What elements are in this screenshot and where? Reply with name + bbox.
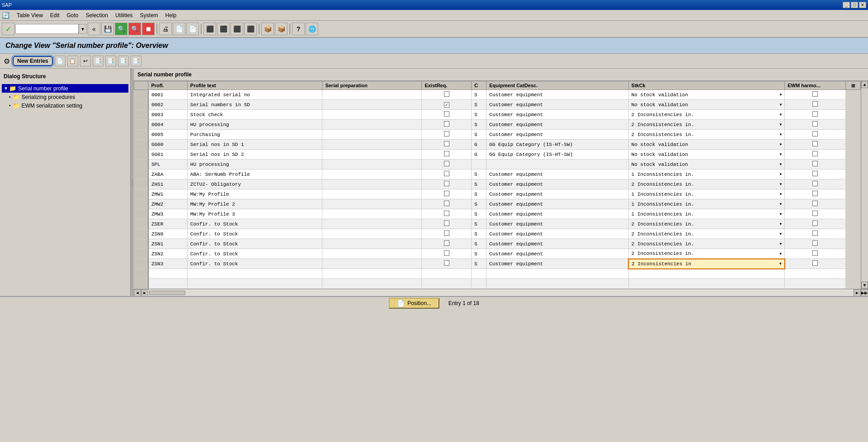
cell-stk-ck[interactable]: No stock validation▼ — [628, 100, 785, 110]
cell-ewm-harmo[interactable] — [785, 169, 846, 179]
copy-button[interactable]: 📄 — [55, 56, 66, 66]
h-scroll-track[interactable] — [148, 289, 854, 296]
cell-ewm-harmo[interactable] — [785, 179, 846, 189]
table-row[interactable]: GG00Serial nos in SD 1GGG Equip Category… — [134, 140, 861, 150]
stk-ck-dropdown-icon[interactable]: ▼ — [779, 122, 782, 127]
maximize-button[interactable]: □ — [851, 2, 858, 8]
stk-ck-dropdown-icon[interactable]: ▼ — [779, 222, 782, 226]
btn-b2[interactable]: ⬛ — [217, 23, 230, 35]
menu-edit[interactable]: Edit — [47, 11, 63, 19]
table-row[interactable]: 0004HU processingSCustomer equipment2 In… — [134, 120, 861, 130]
cell-ewm-harmo[interactable] — [785, 110, 846, 120]
cell-exist-req[interactable] — [422, 150, 472, 160]
table-row[interactable]: ZMW2MW:My Profile 2SCustomer equipment1 … — [134, 199, 861, 209]
cell-exist-req[interactable] — [422, 199, 472, 209]
detail-button[interactable]: 📋 — [67, 56, 78, 66]
scroll-left-button[interactable]: ◄ — [134, 289, 141, 296]
cell-exist-req[interactable] — [422, 110, 472, 120]
btn-a1[interactable]: 📄 — [173, 23, 185, 35]
table-row[interactable]: ZABAABA: SerNumb ProfileSCustomer equipm… — [134, 169, 861, 179]
cell-stk-ck[interactable]: No stock validation▼ — [628, 140, 785, 150]
cell-ewm-harmo[interactable] — [785, 100, 846, 110]
table-row[interactable]: ZSN0Confir. to StockSCustomer equipment2… — [134, 229, 861, 239]
cell-stk-ck[interactable]: 1 Inconsistencies in.▼ — [628, 169, 785, 179]
btn-a2[interactable]: 📄 — [186, 23, 199, 35]
cell-stk-ck[interactable]: 2 Inconsistencies in▼ — [628, 259, 785, 269]
stk-ck-dropdown-icon[interactable]: ▼ — [779, 242, 782, 246]
cell-stk-ck[interactable]: 2 Inconsistencies in.▼ — [628, 229, 785, 239]
scroll-down-button[interactable]: ▼ — [861, 282, 868, 289]
row-selector[interactable] — [134, 110, 148, 120]
menu-selection[interactable]: Selection — [82, 11, 112, 19]
find-next-button[interactable]: 🔍 — [128, 23, 141, 35]
cell-exist-req[interactable] — [422, 160, 472, 169]
btn-b3[interactable]: ⬛ — [231, 23, 243, 35]
cell-exist-req[interactable] — [422, 229, 472, 239]
table-row[interactable]: ZSN3Confir. to StockSCustomer equipment2… — [134, 259, 861, 269]
stk-ck-dropdown-icon[interactable]: ▼ — [779, 132, 782, 136]
h-scroll-thumb[interactable] — [149, 291, 185, 295]
cell-stk-ck[interactable]: 1 Inconsistencies in.▼ — [628, 199, 785, 209]
stk-ck-dropdown-icon[interactable]: ▼ — [779, 212, 782, 216]
cell-ewm-harmo[interactable] — [785, 259, 846, 269]
row-selector[interactable] — [134, 120, 148, 130]
cell-stk-ck[interactable]: 2 Inconsistencies in.▼ — [628, 249, 785, 259]
scroll-right-button[interactable]: ► — [854, 289, 861, 296]
row-selector[interactable] — [134, 140, 148, 150]
btn-b1[interactable]: ⬛ — [203, 23, 216, 35]
horizontal-scrollbar[interactable]: ◄ ► ► ▶▶ — [134, 289, 868, 296]
menu-goto[interactable]: Goto — [63, 11, 82, 19]
cell-stk-ck[interactable]: 1 Inconsistencies in.▼ — [628, 209, 785, 219]
row-selector[interactable] — [134, 219, 148, 229]
print-button[interactable]: 🖨 — [159, 23, 172, 35]
row-selector[interactable] — [134, 169, 148, 179]
row-selector[interactable] — [134, 229, 148, 239]
undo-button[interactable]: ↩ — [80, 56, 91, 66]
btn-c1[interactable]: 📦 — [261, 23, 274, 35]
row-selector[interactable] — [134, 199, 148, 209]
table-row[interactable]: 0003Stock checkSCustomer equipment2 Inco… — [134, 110, 861, 120]
th-ewm[interactable]: EWM harmo... — [785, 81, 846, 90]
cell-ewm-harmo[interactable] — [785, 199, 846, 209]
cell-stk-ck[interactable]: 2 Inconsistencies in.▼ — [628, 179, 785, 189]
stk-ck-dropdown-icon[interactable]: ▼ — [779, 202, 782, 206]
stk-ck-dropdown-icon[interactable]: ▼ — [779, 252, 782, 256]
row-selector[interactable] — [134, 189, 148, 199]
row-selector[interactable] — [134, 100, 148, 110]
cell-stk-ck[interactable]: 2 Inconsistencies in.▼ — [628, 120, 785, 130]
scroll-right-prev-button[interactable]: ► — [141, 289, 148, 296]
cell-exist-req[interactable]: ✓ — [422, 100, 472, 110]
table-row[interactable]: ZMW3MW:My Profile 3SCustomer equipment1 … — [134, 209, 861, 219]
cell-exist-req[interactable] — [422, 120, 472, 130]
stk-ck-dropdown-icon[interactable]: ▼ — [779, 93, 782, 97]
th-stk-ck[interactable]: StkCk — [628, 81, 785, 90]
cell-exist-req[interactable] — [422, 140, 472, 150]
scroll-right-end-button[interactable]: ▶▶ — [861, 289, 868, 296]
cell-stk-ck[interactable]: 1 Inconsistencies in.▼ — [628, 189, 785, 199]
menu-utilities[interactable]: Utilities — [112, 11, 137, 19]
cell-stk-ck[interactable]: 2 Inconsistencies in.▼ — [628, 130, 785, 140]
stk-ck-dropdown-icon[interactable]: ▼ — [779, 142, 782, 146]
row-selector[interactable] — [134, 259, 148, 269]
close-button[interactable]: ✕ — [859, 2, 866, 8]
menu-help[interactable]: Help — [162, 11, 180, 19]
stk-ck-dropdown-icon[interactable]: ▼ — [779, 262, 782, 266]
cell-stk-ck[interactable]: 2 Inconsistencies in.▼ — [628, 239, 785, 249]
green-check-button[interactable]: ✓ — [2, 23, 14, 35]
cell-exist-req[interactable] — [422, 169, 472, 179]
th-profl[interactable]: Profl. — [148, 81, 187, 90]
btn-b4[interactable]: ⬛ — [244, 23, 257, 35]
find-button[interactable]: 🔍 — [115, 23, 127, 35]
row-selector[interactable] — [134, 249, 148, 259]
cell-ewm-harmo[interactable] — [785, 239, 846, 249]
table-row[interactable]: ZMW1MW:My ProfileSCustomer equipment1 In… — [134, 189, 861, 199]
cell-exist-req[interactable] — [422, 259, 472, 269]
table-wrapper[interactable]: Profl. Profile text Serial preparation E… — [134, 81, 861, 289]
sidebar-item-ewm-serialization[interactable]: • 📁 EWM serialization setting — [2, 101, 128, 110]
row-selector[interactable] — [134, 160, 148, 169]
cell-ewm-harmo[interactable] — [785, 249, 846, 259]
cell-exist-req[interactable] — [422, 209, 472, 219]
row-selector[interactable] — [134, 239, 148, 249]
help-btn[interactable]: ? — [292, 23, 305, 35]
menu-table-view[interactable]: Table View — [13, 11, 47, 19]
